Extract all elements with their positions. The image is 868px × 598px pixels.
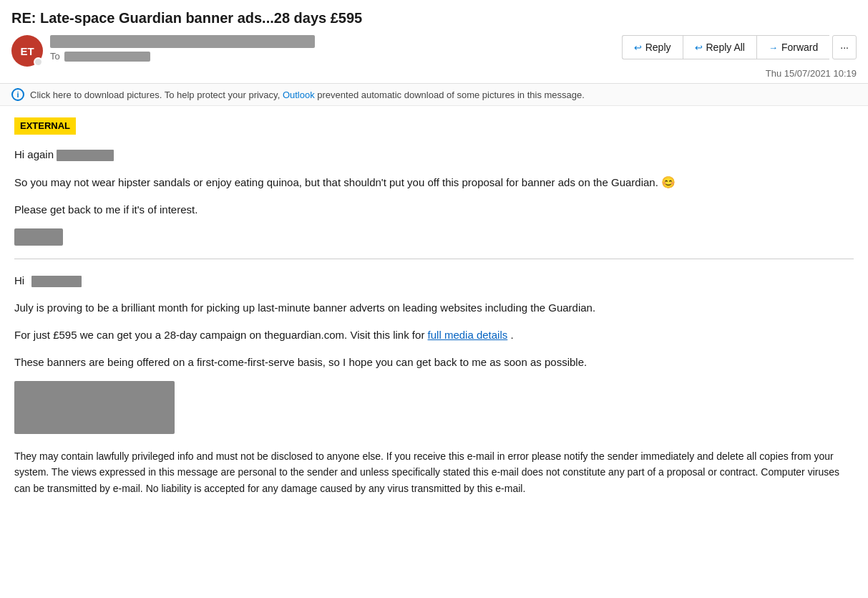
- download-text: Click here to download pictures. To help…: [30, 90, 585, 100]
- info-icon: i: [11, 88, 24, 101]
- paragraph-4-after: .: [510, 329, 513, 341]
- body-paragraph-3: July is proving to be a brilliant month …: [14, 299, 854, 317]
- paragraph-4-before: For just £595 we can get you a 28-day ca…: [14, 329, 424, 341]
- avatar: ET: [11, 35, 43, 67]
- outlook-text: Outlook: [283, 90, 315, 100]
- external-badge: EXTERNAL: [14, 117, 76, 135]
- reply-button[interactable]: ↩ Reply: [622, 35, 683, 59]
- greeting-text-2: Hi: [14, 274, 24, 286]
- body-paragraph-5: These banners are being offered on a fir…: [14, 354, 854, 371]
- sender-name-redacted: [50, 35, 315, 48]
- forward-button[interactable]: → Forward: [756, 35, 829, 59]
- full-media-details-link[interactable]: full media details: [428, 329, 508, 341]
- header-row: ET To ↩ Reply: [11, 35, 857, 79]
- email-divider: [14, 259, 854, 259]
- body-paragraph-4: For just £595 we can get you a 28-day ca…: [14, 327, 854, 344]
- more-icon: ···: [840, 42, 849, 53]
- greeting-paragraph-2: Hi: [14, 272, 854, 289]
- header-right: ↩ Reply ↩ Reply All → Forward ···: [622, 35, 857, 79]
- smiley-icon: 😊: [661, 176, 676, 188]
- greeting-paragraph-1: Hi again: [14, 146, 854, 163]
- reply-all-label: Reply All: [706, 42, 745, 53]
- reply-icon: ↩: [634, 42, 642, 53]
- download-text-before: Click here to download pictures. To help…: [30, 90, 280, 100]
- download-bar: i Click here to download pictures. To he…: [0, 84, 868, 106]
- reply-all-button[interactable]: ↩ Reply All: [683, 35, 756, 59]
- reply-label: Reply: [645, 42, 671, 53]
- more-actions-button[interactable]: ···: [832, 35, 857, 59]
- name-redacted-2: [31, 276, 82, 287]
- download-text-after: prevented automatic download of some pic…: [317, 90, 585, 100]
- signature-redacted-1: [14, 228, 63, 246]
- email-date: Thu 15/07/2021 10:19: [766, 68, 857, 79]
- sender-info: To: [50, 35, 315, 62]
- name-redacted-1: [57, 150, 114, 161]
- greeting-text-1: Hi again: [14, 148, 54, 160]
- email-container: RE: Late-space Guardian banner ads...28 …: [0, 0, 868, 598]
- disclaimer-text: They may contain lawfully privileged inf…: [14, 448, 854, 496]
- forward-label: Forward: [781, 42, 818, 53]
- subject-line: RE: Late-space Guardian banner ads...28 …: [11, 10, 857, 26]
- avatar-initials: ET: [20, 45, 34, 57]
- recipient-redacted: [64, 52, 150, 62]
- email-header: RE: Late-space Guardian banner ads...28 …: [0, 0, 868, 84]
- action-buttons: ↩ Reply ↩ Reply All → Forward ···: [622, 35, 857, 59]
- paragraph-1-text: So you may not wear hipster sandals or e…: [14, 176, 658, 188]
- sender-area: ET To: [11, 35, 315, 67]
- outlook-link[interactable]: Outlook: [283, 90, 315, 100]
- body-paragraph-1: So you may not wear hipster sandals or e…: [14, 173, 854, 192]
- to-label: To: [50, 51, 60, 62]
- to-row: To: [50, 51, 315, 62]
- signature-redacted-2: [14, 381, 175, 434]
- avatar-badge: [34, 57, 43, 67]
- email-body: EXTERNAL Hi again So you may not wear hi…: [0, 106, 868, 508]
- reply-all-icon: ↩: [695, 42, 703, 53]
- body-paragraph-2: Please get back to me if it's of interes…: [14, 201, 854, 218]
- forward-icon: →: [769, 42, 778, 53]
